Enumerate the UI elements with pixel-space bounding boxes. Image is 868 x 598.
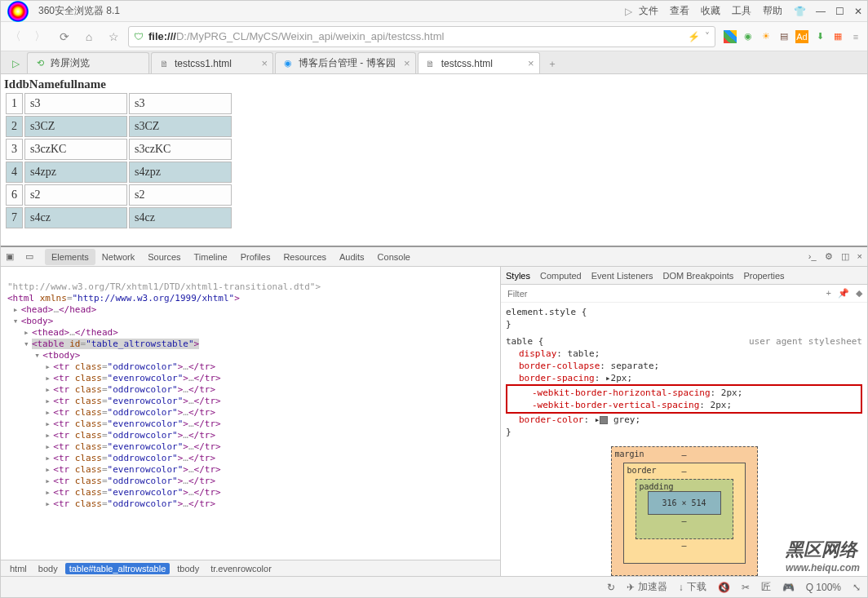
home-button[interactable]: ⌂: [79, 27, 99, 47]
menu-file[interactable]: 文件: [639, 4, 658, 18]
css-property[interactable]: display: table;: [506, 348, 862, 360]
close-icon[interactable]: ×: [528, 57, 534, 69]
status-bar: ↻ ✈ 加速器 ↓ 下载 🔇 ✂ 匠 🎮 Q 100% ⤡: [1, 576, 867, 597]
adblock-icon[interactable]: Ad: [795, 30, 808, 43]
breadcrumb-bar: htmlbodytable#table_altrowstabletbodytr.…: [1, 560, 500, 576]
screenshot-icon[interactable]: ✂: [742, 582, 750, 593]
add-rule-icon[interactable]: +: [826, 288, 831, 299]
maximize-button[interactable]: ☐: [835, 6, 844, 17]
devtools-tab-profiles[interactable]: Profiles: [234, 249, 277, 265]
back-button[interactable]: 〈: [6, 27, 25, 47]
styles-tab-styles[interactable]: Styles: [506, 271, 530, 281]
menu-tools[interactable]: 工具: [732, 4, 751, 18]
address-bar[interactable]: 🛡 file:///D:/MyPRG_CL/MyCS/Weixin_api/we…: [128, 26, 715, 47]
game-icon[interactable]: 🎮: [782, 582, 795, 593]
breadcrumb-item[interactable]: tr.evenrowcolor: [206, 563, 276, 574]
refresh-status-icon[interactable]: ↻: [607, 582, 615, 593]
styles-tab-computed[interactable]: Computed: [540, 271, 582, 281]
close-icon[interactable]: ×: [261, 57, 268, 69]
settings-icon[interactable]: ⚙: [825, 251, 833, 262]
security-shield-icon: 🛡: [134, 31, 144, 42]
window-controls: 👕 — ☐ ✕: [794, 6, 862, 17]
elements-panel: "http://www.w3.org/TR/xhtml1/DTD/xhtml1-…: [1, 267, 500, 576]
close-button[interactable]: ✕: [854, 6, 862, 17]
border-color-prop: border-color: ▸ grey;: [506, 414, 862, 426]
highlighted-props: -webkit-border-horizontal-spacing: 2px;-…: [506, 384, 862, 414]
styles-tab-event-listeners[interactable]: Event Listeners: [591, 271, 653, 281]
element-style-rule: element.style {: [506, 306, 862, 318]
filter-icon[interactable]: ◆: [856, 288, 862, 299]
box-model-diagram: margin – border – padding 316 × 514 –: [611, 446, 758, 576]
css-property-highlighted[interactable]: -webkit-border-vertical-spacing: 2px;: [509, 399, 859, 411]
devtools-tab-timeline[interactable]: Timeline: [188, 249, 234, 265]
devtools-tab-sources[interactable]: Sources: [141, 249, 187, 265]
menu-help[interactable]: 帮助: [763, 4, 782, 18]
devtools-tab-elements[interactable]: Elements: [45, 249, 95, 265]
tab-pin-icon[interactable]: ▷: [4, 54, 27, 73]
table-header-text: IddbNamefullname: [4, 78, 864, 91]
tab-blog-admin[interactable]: ◉ 博客后台管理 - 博客园 ×: [275, 52, 416, 73]
new-tab-button[interactable]: ＋: [542, 54, 563, 73]
file-icon: 🗎: [425, 58, 436, 69]
sync-icon: ⟲: [34, 58, 46, 69]
dropdown-icon[interactable]: ˅: [705, 31, 710, 42]
resize-grip-icon: ⤡: [852, 582, 861, 593]
devtools-close-icon[interactable]: ×: [857, 251, 862, 262]
download-button[interactable]: ↓ 下载: [679, 580, 706, 594]
zoom-label[interactable]: Q 100%: [806, 582, 841, 593]
styles-content[interactable]: element.style { } table { user agent sty…: [501, 303, 867, 576]
close-icon[interactable]: ×: [404, 57, 410, 69]
reload-button[interactable]: ⟳: [55, 27, 74, 47]
ext-icon-1[interactable]: ◉: [742, 30, 755, 43]
url-text: file:///D:/MyPRG_CL/MyCS/Weixin_api/weix…: [148, 30, 444, 42]
css-property[interactable]: border-collapse: separate;: [506, 360, 862, 372]
mute-icon[interactable]: 🔇: [718, 582, 730, 593]
skin-icon[interactable]: 👕: [794, 6, 806, 17]
tab-cross-screen[interactable]: ⟲ 跨屏浏览: [27, 52, 149, 73]
flash-icon[interactable]: ⚡: [688, 31, 700, 42]
dom-tree[interactable]: "http://www.w3.org/TR/xhtml1/DTD/xhtml1-…: [1, 267, 500, 560]
css-property-highlighted[interactable]: -webkit-border-horizontal-spacing: 2px;: [509, 387, 859, 399]
console-toggle-icon[interactable]: ›_: [808, 251, 817, 262]
forward-button[interactable]: 〉: [30, 27, 50, 47]
css-property[interactable]: border-spacing: ▸2px;: [506, 372, 862, 384]
apps-icon[interactable]: [724, 30, 737, 43]
navigation-bar: 〈 〉 ⟳ ⌂ ☆ 🛡 file:///D:/MyPRG_CL/MyCS/Wei…: [1, 22, 867, 51]
styles-filter: + 📌 ◆: [501, 285, 867, 303]
ext-icon-5[interactable]: ▦: [831, 30, 844, 43]
main-menu: 文件 查看 收藏 工具 帮助: [639, 4, 782, 18]
ext-icon-4[interactable]: ⬇: [813, 30, 826, 43]
tab-testcss1[interactable]: 🗎 testcss1.html ×: [151, 52, 273, 73]
styles-tab-properties[interactable]: Properties: [743, 271, 784, 281]
dock-icon[interactable]: ◫: [841, 251, 849, 262]
devtools-panel: ▣ ▭ ElementsNetworkSourcesTimelineProfil…: [1, 246, 867, 576]
favorite-button[interactable]: ☆: [104, 27, 123, 47]
breadcrumb-item[interactable]: html: [6, 563, 31, 574]
devtools-tab-console[interactable]: Console: [371, 249, 417, 265]
breadcrumb-item[interactable]: body: [34, 563, 62, 574]
styles-tab-dom-breakpoints[interactable]: DOM Breakpoints: [663, 271, 734, 281]
menu-indicator-icon[interactable]: ▷: [625, 6, 632, 17]
accelerator-button[interactable]: ✈ 加速器: [627, 580, 667, 594]
table-row: 3s3czKCs3czKC: [6, 139, 232, 160]
devtools-tab-resources[interactable]: Resources: [277, 249, 333, 265]
devtools-tab-audits[interactable]: Audits: [333, 249, 371, 265]
menu-view[interactable]: 查看: [670, 4, 689, 18]
capture-icon[interactable]: 匠: [761, 580, 771, 594]
menu-favorites[interactable]: 收藏: [701, 4, 720, 18]
devtools-tab-network[interactable]: Network: [95, 249, 141, 265]
data-table: 1s3s32s3CZs3CZ3s3czKCs3czKC4s4zpzs4zpz6s…: [4, 91, 233, 230]
extension-icons: ◉ ☀ ▤ Ad ⬇ ▦ ≡: [724, 30, 862, 43]
breadcrumb-item[interactable]: table#table_altrowstable: [65, 563, 170, 574]
ext-icon-2[interactable]: ☀: [760, 30, 773, 43]
tab-testcss[interactable]: 🗎 testcss.html ×: [418, 52, 540, 73]
toggle-state-icon[interactable]: 📌: [838, 288, 849, 299]
styles-tabs: StylesComputedEvent ListenersDOM Breakpo…: [501, 267, 867, 285]
device-icon[interactable]: ▭: [25, 251, 33, 262]
inspect-icon[interactable]: ▣: [6, 251, 14, 262]
minimize-button[interactable]: —: [816, 6, 826, 17]
breadcrumb-item[interactable]: tbody: [173, 563, 203, 574]
filter-input[interactable]: [506, 288, 826, 299]
ext-menu-icon[interactable]: ≡: [849, 30, 862, 43]
ext-icon-3[interactable]: ▤: [777, 30, 790, 43]
